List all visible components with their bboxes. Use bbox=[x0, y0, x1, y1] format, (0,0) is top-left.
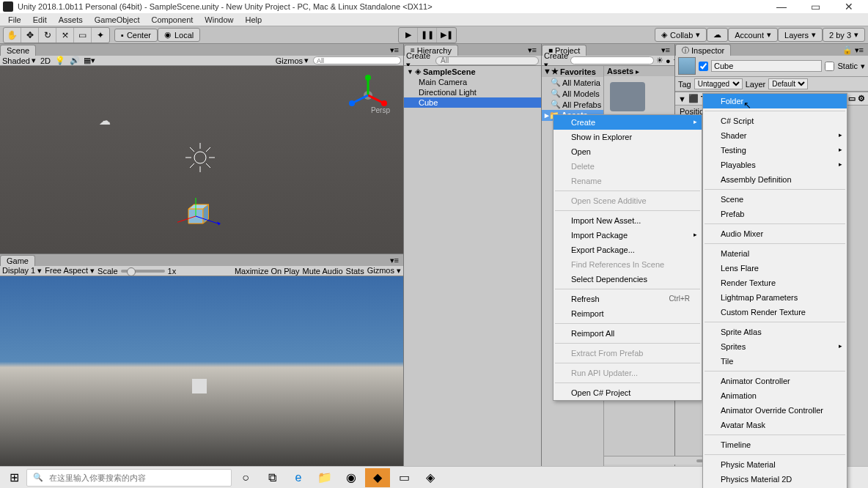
breadcrumb[interactable]: Assets ▸ bbox=[604, 66, 674, 76]
taskbar-search-input[interactable] bbox=[49, 473, 225, 482]
menu-item-refresh[interactable]: RefreshCtrl+R bbox=[553, 292, 702, 306]
mute-audio-toggle[interactable]: Mute Audio bbox=[303, 267, 343, 276]
menu-item-select-dependencies[interactable]: Select Dependencies bbox=[553, 272, 702, 286]
menu-item-reimport-all[interactable]: Reimport All bbox=[553, 326, 702, 341]
rect-tool-button[interactable]: ▭ bbox=[74, 28, 92, 42]
search-label-icon[interactable]: ● bbox=[666, 56, 671, 65]
inspector-tab[interactable]: ⓘ Inspector bbox=[675, 44, 731, 56]
shaded-dropdown[interactable]: Shaded ▾ bbox=[2, 56, 36, 65]
menu-item-animator-controller[interactable]: Animator Controller bbox=[703, 374, 847, 388]
explorer-icon[interactable]: 📁 bbox=[312, 468, 337, 487]
game-tab[interactable]: Game bbox=[0, 255, 35, 266]
layout-dropdown[interactable]: 2 by 3 ▾ bbox=[823, 28, 865, 42]
menu-item-material[interactable]: Material bbox=[703, 246, 847, 261]
scene-search-input[interactable] bbox=[313, 56, 401, 64]
chrome-icon[interactable]: ◉ bbox=[339, 468, 364, 487]
fav-models[interactable]: 🔍All Models bbox=[542, 88, 603, 99]
game-tab-menu-button[interactable]: ▾≡ bbox=[386, 256, 403, 265]
menu-item-playables[interactable]: Playables▸ bbox=[703, 158, 847, 172]
play-button[interactable]: ▶ bbox=[399, 28, 418, 42]
menu-item-lens-flare[interactable]: Lens Flare bbox=[703, 261, 847, 276]
menu-item-show-in-explorer[interactable]: Show in Explorer bbox=[553, 130, 702, 144]
menu-item-lightmap-parameters[interactable]: Lightmap Parameters bbox=[703, 290, 847, 305]
menu-component[interactable]: Component bbox=[145, 15, 199, 24]
menu-item-physic-material[interactable]: Physic Material bbox=[703, 457, 847, 472]
fav-materials[interactable]: 🔍All Materia bbox=[542, 77, 603, 88]
unity-taskbar-icon[interactable]: ◈ bbox=[418, 468, 443, 487]
task-view-icon[interactable]: ⧉ bbox=[260, 468, 284, 487]
menu-item-tile[interactable]: Tile bbox=[703, 354, 847, 369]
maximize-on-play-toggle[interactable]: Maximize On Play bbox=[235, 267, 300, 276]
gameobject-name-field[interactable] bbox=[711, 60, 822, 72]
hierarchy-search-input[interactable] bbox=[435, 56, 539, 65]
fav-prefabs[interactable]: 🔍All Prefabs bbox=[542, 99, 603, 110]
fx-toggle-icon[interactable]: ▦▾ bbox=[84, 56, 95, 66]
menu-item-animator-override-controller[interactable]: Animator Override Controller bbox=[703, 403, 847, 418]
move-tool-button[interactable]: ✥ bbox=[21, 28, 39, 42]
project-search-input[interactable] bbox=[570, 56, 654, 64]
scene-root-item[interactable]: ▼◈ SampleScene bbox=[404, 66, 541, 77]
gizmos-dropdown[interactable]: Gizmos ▾ bbox=[276, 56, 309, 65]
start-button[interactable]: ⊞ bbox=[3, 468, 25, 487]
tag-dropdown[interactable]: Untagged bbox=[694, 78, 743, 89]
maximize-button[interactable]: ▭ bbox=[805, 1, 825, 12]
component-help-icon[interactable]: ▭ bbox=[848, 94, 856, 103]
inspector-lock-icon[interactable]: 🔒 ▾≡ bbox=[838, 45, 868, 55]
layers-dropdown[interactable]: Layers ▾ bbox=[778, 28, 823, 42]
menu-item-reimport[interactable]: Reimport bbox=[553, 306, 702, 321]
cloud-button[interactable]: ☁ bbox=[707, 28, 728, 42]
scene-tab-menu-button[interactable]: ▾≡ bbox=[386, 45, 403, 55]
search-filter-icon[interactable]: ☀ bbox=[656, 56, 663, 65]
display-dropdown[interactable]: Display 1 ▾ bbox=[2, 266, 42, 276]
gameobject-active-checkbox[interactable] bbox=[699, 62, 708, 71]
menu-item-c-script[interactable]: C# Script bbox=[703, 114, 847, 128]
menu-item-export-package-[interactable]: Export Package... bbox=[553, 243, 702, 257]
menu-item-animation[interactable]: Animation bbox=[703, 388, 847, 403]
mode-2d-toggle[interactable]: 2D bbox=[40, 56, 51, 65]
pivot-center-button[interactable]: ▪ Center bbox=[114, 29, 158, 42]
app-icon-2[interactable]: ▭ bbox=[391, 468, 416, 487]
scene-tab[interactable]: Scene bbox=[0, 45, 36, 56]
pause-button[interactable]: ❚❚ bbox=[418, 28, 437, 42]
stats-toggle[interactable]: Stats bbox=[346, 267, 364, 276]
close-button[interactable]: ✕ bbox=[839, 1, 859, 12]
app-icon-1[interactable]: ◆ bbox=[365, 468, 390, 487]
hierarchy-tab-menu-button[interactable]: ▾≡ bbox=[523, 45, 541, 55]
selected-cube-gizmo[interactable] bbox=[177, 198, 221, 242]
assets-context-menu[interactable]: Create▸Show in ExplorerOpenDeleteRenameO… bbox=[553, 114, 702, 401]
hierarchy-item-camera[interactable]: Main Camera bbox=[404, 77, 541, 87]
menu-item-open[interactable]: Open bbox=[553, 144, 702, 159]
menu-edit[interactable]: Edit bbox=[27, 15, 53, 24]
menu-item-sprites[interactable]: Sprites▸ bbox=[703, 339, 847, 354]
rotate-tool-button[interactable]: ↻ bbox=[39, 28, 56, 42]
menu-item-physics-material-2d[interactable]: Physics Material 2D bbox=[703, 472, 847, 487]
minimize-button[interactable]: — bbox=[771, 1, 792, 12]
menu-item-import-package[interactable]: Import Package▸ bbox=[553, 228, 702, 243]
menu-item-testing[interactable]: Testing▸ bbox=[703, 143, 847, 158]
hierarchy-item-light[interactable]: Directional Light bbox=[404, 87, 541, 97]
scene-view[interactable]: Persp ☁ bbox=[0, 66, 403, 254]
create-submenu[interactable]: FolderC# ScriptShader▸Testing▸Playables▸… bbox=[702, 93, 847, 488]
menu-gameobject[interactable]: GameObject bbox=[89, 15, 146, 24]
menu-item-prefab[interactable]: Prefab bbox=[703, 207, 847, 221]
aspect-dropdown[interactable]: Free Aspect ▾ bbox=[45, 266, 95, 276]
game-view[interactable] bbox=[0, 276, 403, 466]
menu-item-assembly-definition[interactable]: Assembly Definition bbox=[703, 172, 847, 187]
account-dropdown[interactable]: Account ▾ bbox=[728, 28, 778, 42]
taskbar-search[interactable]: 🔍 bbox=[26, 469, 232, 487]
menu-item-folder[interactable]: Folder bbox=[703, 94, 847, 108]
menu-file[interactable]: File bbox=[2, 15, 27, 24]
layer-dropdown[interactable]: Default bbox=[768, 78, 808, 89]
menu-item-import-new-asset-[interactable]: Import New Asset... bbox=[553, 213, 702, 228]
component-settings-icon[interactable]: ⚙ bbox=[858, 94, 865, 103]
folder-thumbnail[interactable] bbox=[610, 82, 645, 111]
edge-icon[interactable]: e bbox=[286, 468, 311, 487]
light-toggle-icon[interactable]: 💡 bbox=[55, 56, 65, 66]
static-checkbox[interactable] bbox=[825, 62, 834, 71]
persp-label[interactable]: Persp bbox=[371, 106, 390, 114]
menu-item-scene[interactable]: Scene bbox=[703, 192, 847, 207]
scale-slider[interactable] bbox=[121, 270, 165, 273]
menu-item-custom-render-texture[interactable]: Custom Render Texture bbox=[703, 305, 847, 319]
hierarchy-tree[interactable]: ▼◈ SampleScene Main Camera Directional L… bbox=[404, 66, 541, 466]
pivot-local-button[interactable]: ◉ Local bbox=[158, 28, 200, 42]
